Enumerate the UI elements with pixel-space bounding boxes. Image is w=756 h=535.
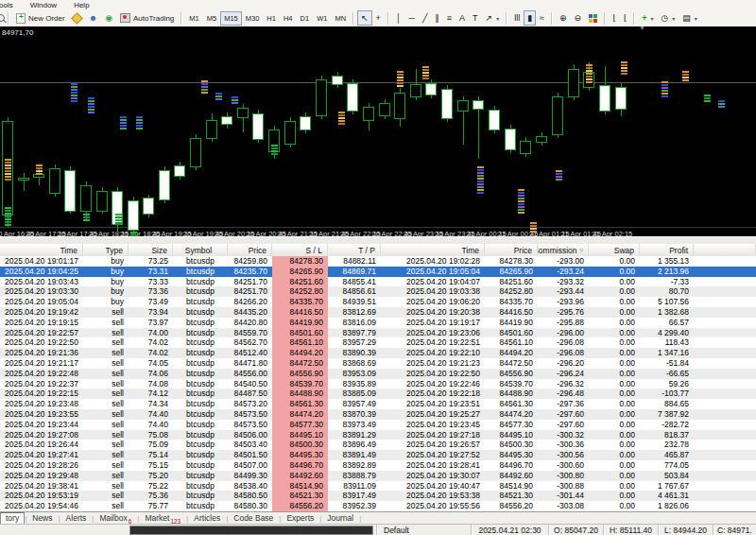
history-row[interactable]: 2025.04.20 19:01:17buy73.25btcusdp84259.…	[0, 256, 756, 267]
history-cell: 2025.04.20 19:54:46	[0, 501, 83, 511]
cursor-button[interactable]: ↖	[357, 10, 372, 26]
text-button[interactable]: A	[455, 10, 469, 26]
history-row[interactable]: 2025.04.20 19:26:44sell75.09btcusdp84503…	[0, 440, 756, 450]
trade-marker	[477, 175, 484, 177]
column-header-symbol[interactable]: Symbol	[173, 244, 228, 256]
zoom-in-button[interactable]: ⊕	[556, 10, 571, 26]
timeframe-w1-button[interactable]: W1	[313, 11, 331, 26]
fibonacci-button[interactable]: ≡	[443, 10, 455, 26]
column-header-time[interactable]: Time	[381, 244, 485, 256]
history-row[interactable]: 2025.04.20 19:05:04buy73.49btcusdp84266.…	[0, 297, 756, 307]
periods-button[interactable]: ◷▾	[657, 10, 679, 26]
timeframe-m5-button[interactable]: M5	[203, 11, 220, 26]
history-row[interactable]: 2025.04.20 19:03:30buy73.36btcusdp84251.…	[0, 286, 756, 297]
history-row[interactable]: 2025.04.20 19:19:15sell73.97btcusdp84420…	[0, 318, 756, 328]
timeframe-m15-button[interactable]: M15	[220, 11, 242, 26]
profile-cell[interactable]: Default	[376, 525, 471, 535]
bar-low-cell: L: 84944.20	[658, 525, 713, 535]
tab-market[interactable]: Market123	[139, 513, 186, 524]
history-row[interactable]: 2025.04.20 19:04:25buy73.31btcusdp84235.…	[0, 267, 756, 277]
history-row[interactable]: 2025.04.20 19:22:57sell74.00btcusdp84559…	[0, 328, 756, 338]
history-row[interactable]: 2025.04.20 19:22:37sell74.08btcusdp84540…	[0, 379, 756, 389]
timeframe-m30-button[interactable]: M30	[242, 11, 264, 26]
terminal-button[interactable]: ☻	[85, 10, 101, 26]
bar-chart-button[interactable]: lll	[510, 10, 524, 26]
tab-code-base[interactable]: Code Base	[228, 513, 279, 524]
history-row[interactable]: 2025.04.20 19:28:26sell75.15btcusdp84507…	[0, 460, 756, 471]
tab-journal[interactable]: Journal	[321, 513, 359, 524]
history-row[interactable]: 2025.04.20 19:22:50sell74.02btcusdp84562…	[0, 337, 756, 348]
auto-scroll-button[interactable]: ⌊	[620, 10, 631, 26]
history-cell: 1 767.67	[640, 481, 694, 492]
market-watch-button[interactable]: ◉	[101, 10, 116, 26]
label-button[interactable]: T	[469, 10, 482, 26]
history-cell: btcusdp	[173, 491, 228, 501]
history-row[interactable]: 2025.04.20 19:27:08sell75.08btcusdp84506…	[0, 430, 756, 440]
tab-alerts[interactable]: Alerts	[60, 513, 93, 524]
templates-button[interactable]: ▤▾	[679, 10, 701, 26]
timeframe-h1-button[interactable]: H1	[263, 11, 280, 26]
history-row[interactable]: 2025.04.20 19:29:48sell75.20btcusdp84499…	[0, 471, 756, 481]
search-icon[interactable]	[0, 14, 5, 22]
history-row[interactable]: 2025.04.20 19:53:19sell75.36btcusdp84580…	[0, 491, 756, 501]
column-header-price[interactable]: Price	[228, 244, 272, 256]
history-row[interactable]: 2025.04.20 19:21:36sell74.02btcusdp84512…	[0, 348, 756, 358]
history-row[interactable]: 2025.04.20 19:21:17sell74.05btcusdp84471…	[0, 358, 756, 369]
column-header-size[interactable]: Size	[129, 244, 173, 256]
history-cell: 84488.90	[272, 388, 328, 399]
crosshair-button[interactable]: +	[372, 10, 385, 26]
autotrading-button[interactable]: AutoTrading	[116, 10, 178, 26]
column-header-time[interactable]: Time	[0, 244, 83, 256]
timeframe-d1-button[interactable]: D1	[297, 11, 314, 26]
tab-mailbox[interactable]: Mailbox6	[94, 513, 137, 524]
tab-experts[interactable]: Experts	[281, 513, 319, 524]
history-row[interactable]: 2025.04.20 19:03:43buy73.33btcusdp84251.…	[0, 277, 756, 287]
history-cell: 73.94	[129, 307, 173, 318]
history-row[interactable]: 2025.04.20 19:23:44sell74.40btcusdp84573…	[0, 420, 756, 430]
history-row[interactable]: 2025.04.20 19:23:55sell74.40btcusdp84573…	[0, 409, 756, 420]
trade-marker	[397, 79, 404, 81]
chart-shift-marker[interactable]: ▼	[639, 26, 645, 31]
column-header-swap[interactable]: Swap	[589, 244, 640, 256]
horizontal-line-button[interactable]: ─	[405, 10, 419, 26]
label-icon: T	[472, 14, 478, 23]
menu-help[interactable]: Help	[72, 1, 91, 9]
channel-button[interactable]: ∥	[431, 10, 443, 26]
indicators-button[interactable]: +▾	[638, 10, 657, 26]
column-header-sl[interactable]: S / L	[272, 244, 328, 256]
period-separators-button[interactable]: ⌊	[609, 10, 620, 26]
history-cell: 84266.20	[228, 297, 272, 307]
history-row[interactable]: 2025.04.20 19:22:15sell74.12btcusdp84487…	[0, 388, 756, 399]
history-cell: 0.00	[589, 286, 640, 297]
tile-windows-button[interactable]	[585, 10, 601, 26]
line-chart-button[interactable]: ≈	[536, 10, 548, 26]
timeframe-m1-button[interactable]: M1	[185, 11, 202, 26]
tab-news[interactable]: News	[26, 513, 58, 524]
column-header-tp[interactable]: T / P	[328, 244, 381, 256]
menu-tools[interactable]: Tools	[0, 1, 15, 9]
history-row[interactable]: 2025.04.20 19:19:42sell73.94btcusdp84435…	[0, 307, 756, 318]
column-header-commission[interactable]: Commission▿	[538, 244, 589, 256]
tab-articles[interactable]: Articles	[188, 513, 226, 524]
metaeditor-button[interactable]	[69, 10, 85, 26]
history-row[interactable]: 2025.04.20 19:38:41sell75.22btcusdp84538…	[0, 481, 756, 492]
history-row[interactable]: 2025.04.20 19:54:46sell75.77btcusdp84580…	[0, 501, 756, 511]
vertical-line-button[interactable]: │	[392, 10, 405, 26]
trendline-button[interactable]: ╱	[419, 10, 431, 26]
candlestick-chart-button[interactable]: ▮	[524, 10, 536, 26]
timeframe-h4-button[interactable]: H4	[280, 11, 297, 26]
price-chart[interactable]: 84971.70 ▼ 20 Apr 16:4520 Apr 17:1520 Ap…	[0, 26, 756, 236]
timeframe-mn-button[interactable]: MN	[331, 11, 350, 26]
column-header-type[interactable]: Type	[83, 244, 129, 256]
new-order-button[interactable]: New Order	[12, 10, 69, 26]
history-row[interactable]: 2025.04.20 19:22:48sell74.06btcusdp84556…	[0, 369, 756, 379]
column-header-profit[interactable]: Profit	[640, 244, 694, 256]
zoom-out-button[interactable]: ⊖	[571, 10, 586, 26]
menu-window[interactable]: Window	[28, 1, 59, 9]
arrows-button[interactable]: ↗▾	[482, 10, 504, 26]
history-cell: 0.00	[589, 491, 640, 501]
trade-marker	[338, 112, 345, 113]
history-row[interactable]: 2025.04.20 19:23:48sell74.34btcusdp84573…	[0, 399, 756, 409]
history-row[interactable]: 2025.04.20 19:27:41sell75.14btcusdp84501…	[0, 450, 756, 460]
column-header-price[interactable]: Price	[485, 244, 538, 256]
